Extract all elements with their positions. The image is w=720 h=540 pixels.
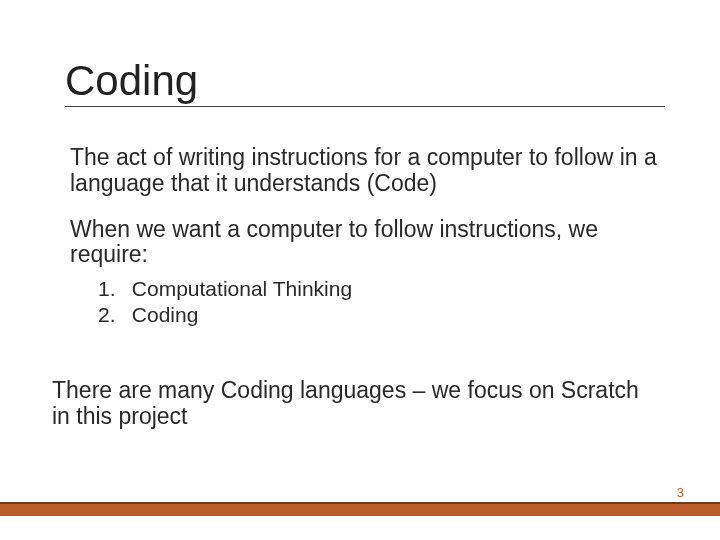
list-item-label: Computational Thinking: [132, 277, 352, 300]
slide: Coding The act of writing instructions f…: [0, 0, 720, 540]
list-number: 2.: [98, 302, 126, 328]
paragraph-definition: The act of writing instructions for a co…: [70, 145, 660, 197]
list-number: 1.: [98, 276, 126, 302]
paragraph-closing: There are many Coding languages – we foc…: [52, 378, 662, 430]
paragraph-requirements-intro: When we want a computer to follow instru…: [70, 217, 660, 269]
footer-accent-bar: [0, 504, 720, 516]
slide-body: The act of writing instructions for a co…: [70, 145, 660, 349]
ordered-list: 1. Computational Thinking 2. Coding: [98, 276, 660, 329]
list-item-label: Coding: [132, 303, 199, 326]
list-item: 2. Coding: [98, 302, 660, 328]
list-item: 1. Computational Thinking: [98, 276, 660, 302]
slide-title: Coding: [65, 58, 665, 107]
page-number: 3: [677, 485, 684, 500]
